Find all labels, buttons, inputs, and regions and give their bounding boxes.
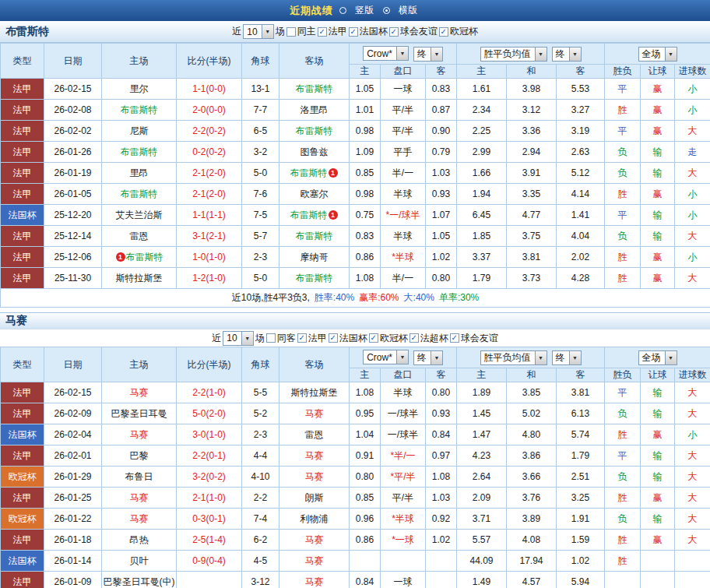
home-cell: 巴黎圣日耳曼(中) <box>102 572 177 588</box>
league-checkbox[interactable]: ✓ <box>439 27 448 37</box>
recent-count-select[interactable]: 10▼ <box>243 24 273 39</box>
away-team[interactable]: 马赛 <box>305 408 324 419</box>
home-team[interactable]: 巴黎 <box>130 450 149 461</box>
home-team[interactable]: 马赛 <box>130 387 149 398</box>
home-team[interactable]: 马赛 <box>130 492 149 503</box>
home-team[interactable]: 巴黎圣日耳曼(中) <box>104 576 175 587</box>
home-team[interactable]: 布雷斯特 <box>121 188 158 199</box>
avg-time-select[interactable]: 终▼ <box>552 350 582 365</box>
home-team[interactable]: 里昂 <box>130 167 149 178</box>
away-team[interactable]: 斯特拉斯堡 <box>291 387 338 398</box>
match-score[interactable]: 0-9(0-4) <box>177 551 242 572</box>
bookmaker-select[interactable]: Crow*▼ <box>363 46 409 61</box>
away-team[interactable]: 摩纳哥 <box>301 252 329 262</box>
home-team[interactable]: 巴黎圣日耳曼 <box>111 408 167 419</box>
vertical-layout-label[interactable]: 竖版 <box>355 4 374 17</box>
horizontal-layout-radio[interactable] <box>383 7 390 14</box>
home-team[interactable]: 里尔 <box>130 83 149 94</box>
home-team[interactable]: 艾夫兰治斯 <box>116 209 163 220</box>
match-score[interactable]: 1-1(1-1) <box>177 205 242 226</box>
vertical-layout-radio[interactable] <box>339 7 346 14</box>
away-team[interactable]: 布雷斯特 <box>290 167 328 178</box>
league-checkbox[interactable]: ✓ <box>297 333 307 343</box>
avg-odds-select[interactable]: 胜平负均值▼ <box>480 350 547 365</box>
league-checkbox-label[interactable]: 球会友谊 <box>400 25 438 38</box>
handicap-time-select[interactable]: 终▼ <box>413 47 443 62</box>
league-checkbox-label[interactable]: 法甲 <box>308 332 327 345</box>
venue-checkbox[interactable] <box>286 27 296 37</box>
match-score[interactable]: 5-0(2-0) <box>177 403 242 424</box>
away-team[interactable]: 马赛 <box>305 576 324 587</box>
horizontal-layout-label[interactable]: 横版 <box>399 4 417 17</box>
home-team[interactable]: 马赛 <box>130 513 149 524</box>
away-team[interactable]: 布雷斯特 <box>296 231 333 241</box>
home-team[interactable]: 布鲁日 <box>125 471 153 482</box>
home-team[interactable]: 雷恩 <box>130 231 149 241</box>
away-team[interactable]: 图鲁兹 <box>301 146 329 157</box>
away-team[interactable]: 朗斯 <box>305 492 324 503</box>
home-team[interactable]: 贝叶 <box>130 555 149 566</box>
league-checkbox-label[interactable]: 法超杯 <box>420 332 448 345</box>
match-score[interactable] <box>177 572 242 588</box>
league-checkbox[interactable]: ✓ <box>318 27 327 37</box>
league-checkbox-label[interactable]: 欧冠杯 <box>450 25 478 38</box>
avg-time-select[interactable]: 终▼ <box>552 47 582 62</box>
away-team[interactable]: 马赛 <box>305 471 324 482</box>
home-team[interactable]: 布雷斯特 <box>121 104 158 115</box>
match-score[interactable]: 2-1(2-0) <box>177 163 242 184</box>
league-checkbox[interactable]: ✓ <box>329 333 338 343</box>
match-score[interactable]: 1-2(1-0) <box>177 268 242 289</box>
league-checkbox[interactable]: ✓ <box>450 333 459 343</box>
match-score[interactable]: 1-1(0-0) <box>177 79 242 100</box>
home-team[interactable]: 尼斯 <box>130 125 149 136</box>
away-team[interactable]: 欧塞尔 <box>301 188 329 199</box>
bookmaker-select[interactable]: Crow*▼ <box>363 350 409 364</box>
match-score[interactable]: 0-2(0-2) <box>177 142 242 163</box>
match-score[interactable]: 2-5(1-4) <box>177 530 242 551</box>
home-team[interactable]: 马赛 <box>130 429 149 440</box>
league-checkbox-label[interactable]: 法国杯 <box>360 25 388 38</box>
avg-odds-select[interactable]: 胜平负均值▼ <box>480 47 547 62</box>
league-checkbox[interactable]: ✓ <box>389 27 399 37</box>
match-score[interactable]: 2-2(1-0) <box>177 382 242 403</box>
venue-checkbox[interactable] <box>266 333 276 343</box>
league-checkbox[interactable]: ✓ <box>409 333 419 343</box>
match-score[interactable]: 1-0(1-0) <box>177 247 242 268</box>
match-scope-select[interactable]: 全场▼ <box>638 47 677 62</box>
league-checkbox-label[interactable]: 法甲 <box>329 25 347 38</box>
recent-count-select[interactable]: 10▼ <box>223 331 253 346</box>
away-team[interactable]: 雷恩 <box>305 429 324 440</box>
away-team[interactable]: 马赛 <box>305 534 324 545</box>
home-team[interactable]: 斯特拉斯堡 <box>116 273 163 283</box>
league-checkbox[interactable]: ✓ <box>369 333 378 343</box>
league-checkbox-label[interactable]: 欧冠杯 <box>380 332 408 345</box>
match-score[interactable]: 2-0(0-0) <box>177 100 242 121</box>
league-checkbox-label[interactable]: 球会友谊 <box>461 332 498 345</box>
match-score[interactable]: 3-2(0-2) <box>177 467 242 488</box>
venue-checkbox-label[interactable]: 同主 <box>297 25 316 38</box>
home-team[interactable]: 昂热 <box>130 534 149 545</box>
subheader-avg-draw: 和 <box>507 65 557 79</box>
match-score[interactable]: 2-2(0-2) <box>177 121 242 142</box>
match-score[interactable]: 2-1(2-0) <box>177 184 242 205</box>
away-team[interactable]: 洛里昂 <box>301 104 329 115</box>
away-team[interactable]: 马赛 <box>305 450 324 461</box>
league-checkbox-label[interactable]: 法国杯 <box>339 332 367 345</box>
match-scope-select[interactable]: 全场▼ <box>638 350 677 365</box>
match-score[interactable]: 2-2(0-1) <box>177 445 242 467</box>
home-team[interactable]: 布雷斯特 <box>121 146 158 157</box>
match-score[interactable]: 3-1(2-1) <box>177 226 242 247</box>
home-team[interactable]: 布雷斯特 <box>126 252 163 262</box>
match-score[interactable]: 0-3(0-1) <box>177 509 242 530</box>
venue-checkbox-label[interactable]: 同客 <box>277 332 296 345</box>
match-score[interactable]: 3-0(1-0) <box>177 424 242 445</box>
away-team[interactable]: 布雷斯特 <box>296 83 333 94</box>
handicap-time-select[interactable]: 终▼ <box>413 350 443 365</box>
away-team[interactable]: 布雷斯特 <box>296 125 333 136</box>
away-team[interactable]: 马赛 <box>305 555 324 566</box>
away-team[interactable]: 利物浦 <box>301 513 329 524</box>
away-team[interactable]: 布雷斯特 <box>290 209 328 220</box>
league-checkbox[interactable]: ✓ <box>349 27 358 37</box>
away-team[interactable]: 布雷斯特 <box>296 273 333 283</box>
match-score[interactable]: 2-1(1-0) <box>177 488 242 509</box>
